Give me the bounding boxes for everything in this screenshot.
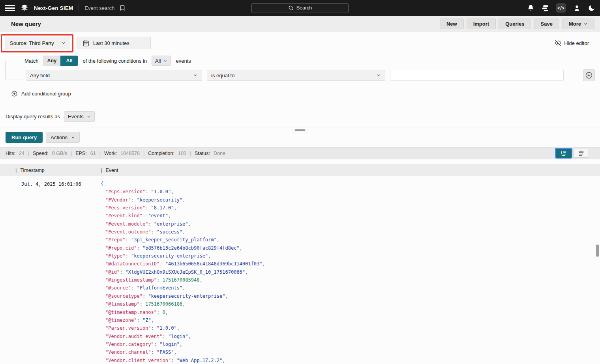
stat-label: Hits: [6, 151, 15, 156]
display-results-dropdown[interactable]: Events [64, 111, 95, 122]
hide-editor-button[interactable]: Hide editor [555, 40, 589, 46]
json-field: "Vendor.client_version": "Web App.17.2.2… [101, 357, 600, 364]
import-button[interactable]: Import [467, 19, 496, 29]
notifications-bell-icon[interactable] [527, 4, 534, 12]
calendar-icon [82, 40, 89, 47]
json-field: "Vendor.channel": "PASS", [101, 348, 600, 356]
stat-value: 1048576 [120, 151, 140, 156]
query-builder: Match Any All of the following condition… [0, 49, 600, 147]
stat-value: 61 [90, 151, 96, 156]
condition-value-input[interactable] [390, 70, 564, 81]
vertical-scrollbar-thumb[interactable] [596, 245, 599, 257]
json-field: "Parser.version": "1.0.0", [101, 324, 600, 332]
chevron-down-icon [376, 73, 381, 78]
stat-label: Speed: [33, 151, 49, 156]
column-resize-handle[interactable]: | [101, 167, 102, 173]
stat-value: 100 [178, 151, 186, 156]
queries-button[interactable]: Queries [499, 19, 531, 29]
results-panel: | Timestamp | Event Jul. 4, 2025 16:01:0… [0, 164, 600, 364]
json-field: "@sourcetype": "keepersecurity-enterpris… [101, 292, 600, 300]
json-field: "Vendor.category": "login", [101, 340, 600, 348]
json-field: "#type": "keepersecurity-enterprise", [101, 252, 600, 260]
results-table-header: | Timestamp | Event [0, 164, 600, 176]
scope-dropdown[interactable]: All [152, 56, 171, 66]
chevron-down-icon [61, 41, 66, 45]
menu-icon[interactable] [5, 4, 15, 12]
user-profile-icon[interactable] [573, 4, 581, 12]
page-title: New query [6, 21, 41, 27]
hide-editor-label: Hide editor [564, 40, 589, 46]
chevron-down-icon [583, 22, 588, 26]
data-streams-icon[interactable] [541, 4, 549, 12]
query-stats: Hits:24|Speed:0 GB/s|EPS:61|Work:1048576… [6, 151, 225, 156]
splitter-drag-handle[interactable] [295, 129, 306, 131]
event-timestamp: Jul. 4, 2025 16:01:06 [0, 180, 101, 364]
chevron-down-icon [71, 135, 75, 140]
json-field: "@timestamp.nanos": 0, [101, 308, 600, 316]
json-field: "#event.outcome": "success", [101, 228, 600, 236]
add-conditional-group-label: Add conditional group [21, 91, 71, 97]
topbar-separator [79, 4, 79, 11]
json-field: "@source": "PlatformEvents", [101, 284, 600, 292]
stat-label: Completion: [148, 151, 174, 156]
events-label: events [176, 58, 191, 64]
json-field: "@ingesttimestamp": 1751670085948, [101, 276, 600, 284]
stat-label: Status: [195, 151, 210, 156]
chevron-down-icon [86, 114, 91, 119]
event-column-header[interactable]: | Event [101, 167, 600, 173]
save-button[interactable]: Save [534, 19, 559, 29]
search-label: Search [296, 5, 312, 11]
time-range-value: Last 30 minutes [93, 40, 129, 46]
stat-separator: | [99, 151, 101, 156]
global-search-input[interactable]: Search [251, 3, 349, 13]
json-field: "#repo": "3pi_keeper_security_platform", [101, 236, 600, 244]
source-dropdown[interactable]: Source: Third Party [6, 37, 70, 49]
dark-mode-moon-icon[interactable] [587, 4, 595, 12]
stat-separator: | [143, 151, 144, 156]
stat-label: Work: [104, 151, 117, 156]
query-filter-row: Source: Third Party Last 30 minutes [0, 32, 600, 49]
query-stats-bar: Hits:24|Speed:0 GB/s|EPS:61|Work:1048576… [0, 147, 600, 159]
new-button[interactable]: New [440, 19, 464, 29]
page-header: New query New Import Queries Save More [0, 16, 600, 32]
add-conditional-group-button[interactable]: Add conditional group [11, 90, 600, 97]
top-navigation-bar: Next-Gen SIEM Event search Search [0, 0, 600, 16]
code-console-icon[interactable]: </> [556, 3, 566, 13]
chevron-down-icon [193, 73, 198, 78]
search-icon [288, 5, 294, 11]
match-any-option[interactable]: Any [43, 56, 60, 66]
panel-splitter [0, 127, 600, 127]
stat-label: EPS: [75, 151, 87, 156]
field-dropdown-value: Any field [30, 73, 50, 78]
scope-dropdown-value: All [155, 58, 161, 64]
conditions-in-label: of the following conditions in [82, 58, 147, 64]
actions-dropdown-button[interactable]: Actions [46, 132, 80, 143]
add-condition-button[interactable] [583, 69, 595, 81]
raw-view-toggle[interactable] [573, 149, 589, 158]
stat-separator: | [28, 151, 29, 156]
source-dropdown-value: Source: Third Party [10, 40, 54, 46]
timestamp-column-label: Timestamp [20, 168, 44, 173]
app-logo-icon [20, 3, 29, 13]
json-field: "#ecs.version": "8.17.0", [101, 204, 600, 212]
timestamp-column-header[interactable]: | Timestamp [0, 167, 101, 173]
more-button[interactable]: More [562, 19, 594, 29]
event-row[interactable]: Jul. 4, 2025 16:01:06 {"#Cps.version": "… [0, 176, 600, 364]
field-dropdown[interactable]: Any field [26, 70, 202, 81]
display-results-label: Display query results as [6, 114, 60, 119]
json-field: "#Vendor": "keepersecurity", [101, 196, 600, 204]
run-query-button[interactable]: Run query [6, 132, 43, 143]
stat-value: 24 [19, 151, 24, 156]
match-all-option[interactable]: All [60, 56, 78, 66]
json-field: "@dataConnectionID": "4613b650658c41848d… [101, 260, 600, 268]
event-json: {"#Cps.version": "1.0.0","#Vendor": "kee… [101, 180, 600, 364]
tree-view-toggle[interactable] [556, 149, 572, 158]
bookmark-icon[interactable] [119, 5, 126, 11]
match-any-all-toggle: Any All [43, 56, 78, 66]
stat-value: 0 GB/s [52, 151, 67, 156]
time-range-picker[interactable]: Last 30 minutes [77, 37, 151, 49]
json-field: "@timezone": "Z", [101, 316, 600, 324]
stat-separator: | [190, 151, 191, 156]
column-resize-handle[interactable]: | [15, 167, 17, 173]
operator-dropdown[interactable]: is equal to [207, 70, 385, 81]
